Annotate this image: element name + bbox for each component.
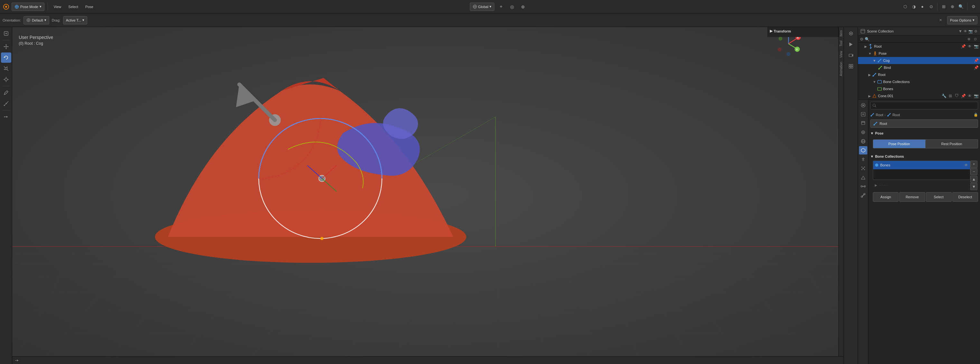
annotate-tool-btn[interactable]: [1, 87, 11, 98]
prop-view-layer-btn[interactable]: [859, 119, 867, 127]
viewport-mode4-icon[interactable]: ⊙: [927, 3, 935, 11]
bone-collection-list: Bones 👁: [873, 161, 970, 180]
transform-tool-btn[interactable]: [1, 74, 11, 85]
move-tool-btn[interactable]: [1, 41, 11, 52]
viewport-grid-btn[interactable]: [846, 61, 856, 72]
outliner-row-root-armature[interactable]: ▶ Root 📌 👁 📷: [858, 43, 980, 50]
outliner-row-cog[interactable]: ▼ Cog 📌: [858, 57, 980, 64]
svg-point-85: [787, 52, 791, 56]
outliner-row-bone-collections[interactable]: ▼ Bone Collections: [858, 78, 980, 85]
modifier-icon-cone[interactable]: 🔧: [941, 93, 947, 99]
render-icon-root[interactable]: 📷: [974, 44, 979, 49]
measure-tool-btn[interactable]: [1, 99, 11, 109]
filter-search-icon[interactable]: 🔍: [865, 37, 870, 41]
eye-icon-header[interactable]: 👁: [964, 29, 967, 33]
outliner-row-cone[interactable]: ▶ Cone.001 🔧 ⊞ ⛉ 📌 👁 📷: [858, 92, 980, 99]
bc-add-btn[interactable]: +: [970, 161, 977, 168]
orientation-dropdown[interactable]: Default ▾: [24, 16, 49, 24]
prop-output-btn[interactable]: [859, 110, 867, 118]
object-mode-icon-btn[interactable]: [1, 28, 11, 39]
pose-options-btn[interactable]: Pose Options ▾: [947, 16, 977, 24]
prop-physics-btn[interactable]: [859, 173, 867, 181]
prop-world-btn[interactable]: [859, 137, 867, 145]
n-tab-tool[interactable]: Tool: [839, 39, 843, 48]
outliner-filter2[interactable]: ⊙: [973, 37, 978, 41]
outliner-label-bones: Bones: [883, 87, 979, 91]
outliner-row-bones[interactable]: Bones: [858, 85, 980, 92]
pose-position-btn[interactable]: Pose Position: [873, 139, 926, 148]
n-tab-view[interactable]: View: [839, 49, 843, 60]
vgroups-icon-cone[interactable]: ⊞: [948, 93, 953, 99]
viewport-render-btn[interactable]: [846, 39, 856, 49]
arrow-cog: ▼: [873, 59, 876, 62]
bc-select-btn[interactable]: Select: [926, 192, 952, 202]
viewport-camera-btn[interactable]: [846, 50, 856, 60]
outliner-row-root-bone[interactable]: ▶ Root: [858, 71, 980, 78]
blender-icon[interactable]: [3, 3, 10, 10]
bc-eye-icon[interactable]: 👁: [964, 163, 968, 167]
viewport-mode3-icon[interactable]: ●: [918, 3, 926, 11]
snap-magnet-btn[interactable]: ⌖: [497, 3, 505, 11]
extra-tool-btn[interactable]: [1, 112, 11, 122]
bc-assign-btn[interactable]: Assign: [873, 192, 899, 202]
view-menu[interactable]: View: [51, 3, 64, 11]
prop-render-btn[interactable]: [859, 101, 867, 110]
viewport-mode1-icon[interactable]: ⬡: [901, 3, 909, 11]
select-menu[interactable]: Select: [66, 3, 81, 11]
prop-search-input[interactable]: [878, 103, 976, 108]
pose-menu[interactable]: Pose: [83, 3, 96, 11]
rest-position-btn[interactable]: Rest Position: [926, 139, 978, 148]
pin-icon-root[interactable]: 📌: [961, 44, 966, 49]
settings-icon-header[interactable]: ⚙: [974, 29, 977, 33]
bc-deselect-btn[interactable]: Deselect: [952, 192, 978, 202]
svg-rect-99: [861, 29, 865, 33]
outliner-row-pose[interactable]: ▼ Pose: [858, 50, 980, 57]
prop-particles-btn[interactable]: [859, 164, 867, 173]
breadcrumb-lock[interactable]: 🔒: [974, 113, 978, 117]
x-mirror-icon[interactable]: ✕: [937, 16, 945, 24]
viewport-mode2-icon[interactable]: ◑: [910, 3, 918, 11]
pose-section-header[interactable]: ▼ Pose: [870, 130, 978, 136]
outliner-row-bind[interactable]: Bind 📌: [858, 64, 980, 71]
scale-tool-btn[interactable]: [1, 64, 11, 74]
viewport-view-btn[interactable]: [846, 28, 856, 39]
mode-dropdown[interactable]: Pose Mode ▾: [11, 3, 45, 11]
rotate-tool-btn[interactable]: [1, 52, 11, 63]
prop-object-btn[interactable]: [859, 146, 867, 154]
outliner-filter1[interactable]: ⊕: [966, 37, 972, 41]
filter-sort-icon[interactable]: ⚙: [860, 37, 864, 41]
render-toggle-header[interactable]: 📷: [969, 29, 973, 33]
prop-bone-btn[interactable]: [859, 191, 867, 200]
global-dropdown[interactable]: Global ▾: [470, 3, 495, 11]
view-options-icon[interactable]: 🔍: [957, 3, 965, 11]
proportional-btn[interactable]: ◎: [508, 3, 516, 11]
bc-move-up-btn[interactable]: ▲: [970, 176, 977, 183]
n-tab-item[interactable]: Item: [839, 28, 843, 38]
bc-scroll-area[interactable]: ▶ ⋯⋯⋯: [873, 182, 970, 188]
tool-sep1: [2, 40, 10, 40]
eye-icon-cone[interactable]: 👁: [967, 93, 972, 99]
viewport[interactable]: User Perspective (0) Root : Cog Z X Y: [12, 27, 858, 364]
filter-icon[interactable]: ▼: [958, 29, 962, 33]
pin-icon-bind[interactable]: 📌: [974, 65, 979, 70]
prop-constraints-btn[interactable]: [859, 182, 867, 191]
prop-scene-btn[interactable]: [859, 128, 867, 137]
pin-icon-cone[interactable]: 📌: [961, 93, 966, 99]
pin-icon-cog[interactable]: 📌: [974, 58, 979, 63]
bone-collection-item-bones[interactable]: Bones 👁: [873, 161, 970, 169]
bc-move-down-btn[interactable]: ▼: [970, 183, 977, 190]
view-overlay-icon[interactable]: ⊞: [940, 3, 948, 11]
bc-remove-btn-action[interactable]: Remove: [899, 192, 925, 202]
editor-type-icon[interactable]: ⚙: [970, 3, 977, 11]
filter-icon-cone[interactable]: ⛉: [954, 93, 959, 99]
view-gizmo-icon[interactable]: ⊕: [948, 3, 956, 11]
n-tab-animation[interactable]: Animation: [839, 60, 843, 78]
proportional-type-btn[interactable]: ⊕: [519, 3, 527, 11]
render-icon-cone[interactable]: 📷: [974, 93, 979, 99]
bone-collections-header[interactable]: ▼ Bone Collections: [870, 154, 978, 159]
prop-modifier-btn[interactable]: [859, 155, 867, 164]
active-t-dropdown[interactable]: Active T... ▾: [63, 16, 87, 24]
bc-remove-btn[interactable]: −: [970, 168, 977, 175]
scene-icon: [861, 29, 865, 33]
eye-icon-root[interactable]: 👁: [967, 44, 972, 49]
